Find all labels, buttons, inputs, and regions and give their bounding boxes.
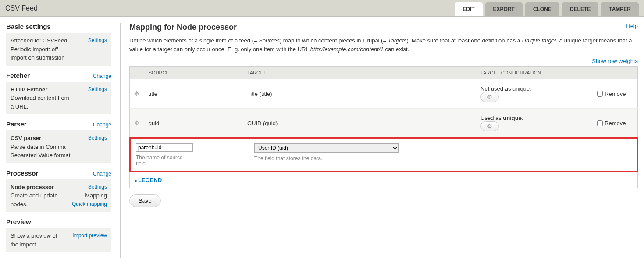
basic-settings-title: Basic settings	[6, 23, 111, 30]
row-target: GUID (guid)	[243, 109, 476, 138]
fetcher-desc: Download content from a URL.	[11, 94, 72, 111]
fetcher-block: FetcherChange Settings HTTP Fetcher Down…	[6, 72, 111, 115]
table-row: ✥ guid GUID (guid) Used as unique. ⚙ Rem…	[130, 109, 638, 138]
legend-label: LEGEND	[138, 177, 162, 183]
source-input[interactable]	[136, 143, 193, 152]
sidebar: Basic settings Settings Attached to: CSV…	[6, 23, 111, 258]
remove-label[interactable]: Remove	[597, 91, 633, 97]
basic-settings-block: Basic settings Settings Attached to: CSV…	[6, 23, 111, 66]
fetcher-title: Fetcher	[6, 72, 30, 79]
target-help: The field that stores the data.	[254, 155, 403, 162]
row-config-text: Used as unique.	[480, 115, 588, 121]
tab-tamper[interactable]: TAMPER	[601, 2, 639, 16]
tab-export[interactable]: EXPORT	[485, 2, 523, 16]
row-config-text: Not used as unique.	[480, 85, 588, 92]
chevron-right-icon: ▸	[135, 178, 137, 183]
processor-title: Processor	[6, 169, 38, 177]
save-button[interactable]: Save	[129, 194, 161, 207]
basic-settings-card: Settings Attached to: CSVFeed Periodic i…	[6, 33, 111, 66]
row-source: guid	[144, 109, 243, 138]
target-select[interactable]: User ID (uid)	[254, 143, 399, 153]
main-content: Mapping for Node processor Help Define w…	[120, 23, 638, 258]
processor-settings-link[interactable]: Settings	[72, 183, 107, 191]
gear-button[interactable]: ⚙	[480, 121, 499, 131]
basic-periodic: Periodic import: off	[11, 45, 107, 54]
processor-mapping-label: Mapping	[85, 192, 107, 199]
parser-settings-link[interactable]: Settings	[88, 134, 107, 142]
processor-card: Settings Mapping Quick mapping Node proc…	[6, 179, 111, 212]
parser-change[interactable]: Change	[93, 122, 111, 128]
remove-label[interactable]: Remove	[597, 120, 633, 126]
col-remove	[593, 67, 637, 79]
col-config: TARGET CONFIGURATION	[476, 67, 593, 79]
table-row: ✥ title Title (title) Not used as unique…	[130, 79, 638, 109]
gear-icon: ⚙	[487, 123, 492, 130]
tab-clone[interactable]: CLONE	[525, 2, 559, 16]
page-title: CSV Feed	[5, 4, 38, 12]
help-link[interactable]: Help	[626, 23, 638, 29]
drag-handle-icon[interactable]: ✥	[134, 119, 139, 126]
legend-fieldset[interactable]: ▸LEGEND	[129, 172, 638, 188]
parser-desc: Parse data in Comma Separated Value form…	[11, 143, 76, 160]
main-title: Mapping for Node processor	[129, 23, 237, 32]
drag-handle-icon[interactable]: ✥	[134, 90, 139, 97]
processor-change[interactable]: Change	[93, 171, 111, 177]
parser-title: Parser	[6, 120, 27, 128]
remove-checkbox[interactable]	[597, 120, 603, 126]
gear-icon: ⚙	[487, 94, 492, 100]
col-source: SOURCE	[144, 67, 243, 79]
basic-import: Import on submission	[11, 53, 107, 62]
preview-desc: Show a preview of the import.	[11, 232, 63, 249]
processor-block: ProcessorChange Settings Mapping Quick m…	[6, 169, 111, 212]
description: Define which elements of a single item o…	[129, 36, 638, 53]
row-source: title	[144, 79, 243, 109]
tab-edit[interactable]: EDIT	[455, 2, 482, 16]
fetcher-settings-link[interactable]: Settings	[88, 85, 107, 94]
processor-desc: Create and update nodes.	[11, 191, 68, 208]
processor-quick-mapping-link[interactable]: Quick mapping	[72, 200, 107, 208]
mapping-table: SOURCE TARGET TARGET CONFIGURATION ✥ tit…	[129, 66, 638, 138]
col-target: TARGET	[243, 67, 476, 79]
gear-button[interactable]: ⚙	[480, 92, 499, 102]
remove-checkbox[interactable]	[597, 91, 603, 97]
source-help: The name of source field.	[136, 155, 193, 167]
top-bar: CSV Feed EDIT EXPORT CLONE DELETE TAMPER	[0, 0, 644, 17]
preview-title: Preview	[6, 218, 111, 225]
primary-tabs: EDIT EXPORT CLONE DELETE TAMPER	[455, 2, 639, 16]
add-mapping-row: The name of source field. User ID (uid) …	[129, 137, 638, 172]
basic-settings-link[interactable]: Settings	[88, 36, 107, 45]
import-preview-link[interactable]: Import preview	[72, 232, 107, 240]
row-target: Title (title)	[243, 79, 476, 109]
preview-card: Import preview Show a preview of the imp…	[6, 228, 111, 252]
fetcher-change[interactable]: Change	[93, 73, 111, 79]
preview-block: Preview Import preview Show a preview of…	[6, 218, 111, 252]
show-row-weights-link[interactable]: Show row weights	[592, 58, 638, 64]
tab-delete[interactable]: DELETE	[562, 2, 598, 16]
parser-block: ParserChange Settings CSV parser Parse d…	[6, 120, 111, 163]
parser-card: Settings CSV parser Parse data in Comma …	[6, 130, 111, 163]
fetcher-card: Settings HTTP Fetcher Download content f…	[6, 82, 111, 115]
